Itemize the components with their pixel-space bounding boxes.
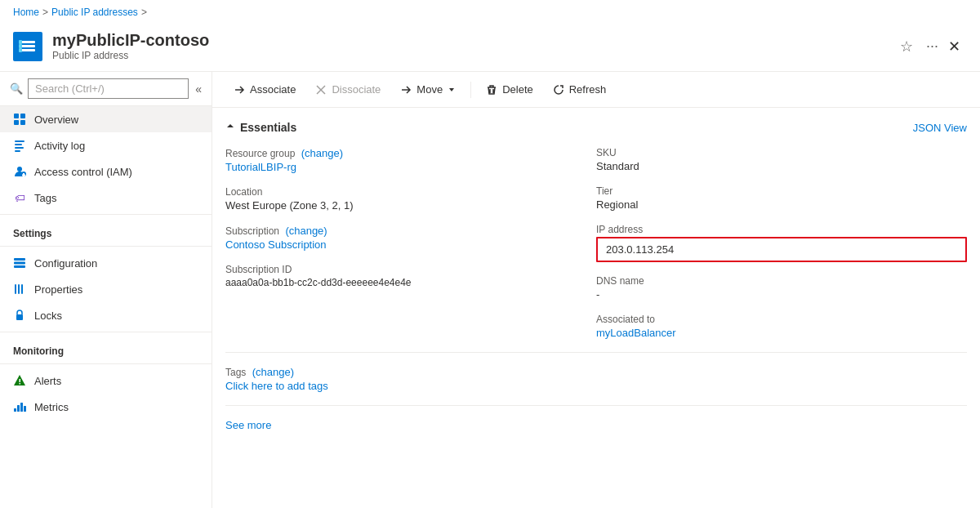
svg-rect-6	[14, 114, 19, 118]
sidebar-item-tags-label: Tags	[34, 192, 56, 204]
sku-label: SKU	[596, 147, 967, 158]
refresh-button[interactable]: Refresh	[545, 78, 615, 100]
svg-rect-20	[14, 265, 25, 268]
svg-rect-7	[20, 114, 25, 118]
sidebar-item-alerts-label: Alerts	[34, 375, 61, 387]
field-subscription-id: Subscription ID aaaa0a0a-bb1b-cc2c-dd3d-…	[225, 264, 596, 288]
toolbar-separator	[470, 82, 471, 98]
associated-to-label: Associated to	[596, 314, 967, 325]
ip-address-value: 203.0.113.254	[606, 243, 674, 256]
field-location: Location West Europe (Zone 3, 2, 1)	[225, 186, 596, 212]
sidebar-item-locks[interactable]: Locks	[0, 302, 212, 328]
svg-rect-18	[14, 258, 25, 261]
move-button[interactable]: Move	[392, 78, 464, 100]
sidebar-item-configuration[interactable]: Configuration	[0, 250, 212, 276]
sidebar-item-config-label: Configuration	[34, 257, 97, 270]
associated-to-value[interactable]: myLoadBalancer	[596, 327, 967, 339]
svg-rect-13	[15, 150, 20, 152]
close-button[interactable]: ✕	[942, 34, 967, 59]
breadcrumb-sep2: >	[141, 7, 147, 18]
field-ip-address: IP address 203.0.113.254	[596, 224, 967, 262]
sku-value: Standard	[596, 160, 967, 172]
pin-icon[interactable]: ☆	[897, 34, 916, 59]
activity-log-icon	[13, 139, 26, 152]
properties-icon	[13, 283, 26, 296]
json-view-link[interactable]: JSON View	[913, 122, 967, 134]
sidebar-item-activity-log[interactable]: Activity log	[0, 132, 212, 158]
svg-rect-0	[20, 41, 35, 43]
essentials-left-col: Resource group (change) TutorialLBIP-rg …	[225, 147, 596, 339]
see-more-link[interactable]: See more	[225, 419, 271, 431]
svg-rect-23	[21, 284, 23, 294]
sidebar-item-properties[interactable]: Properties	[0, 276, 212, 302]
essentials-title: Essentials	[225, 121, 296, 134]
field-tier: Tier Regional	[596, 185, 967, 211]
subscription-change[interactable]: (change)	[285, 225, 327, 237]
search-input[interactable]	[28, 78, 189, 99]
location-value: West Europe (Zone 3, 2, 1)	[225, 199, 596, 212]
sidebar-item-metrics-label: Metrics	[34, 401, 69, 413]
svg-rect-12	[15, 147, 24, 149]
dns-name-value: -	[596, 288, 967, 301]
collapse-button[interactable]: «	[195, 82, 202, 96]
breadcrumb-public-ip[interactable]: Public IP addresses	[51, 7, 138, 18]
sidebar-item-overview[interactable]: Overview	[0, 106, 212, 132]
svg-rect-2	[20, 49, 35, 51]
locks-icon	[13, 309, 26, 322]
alerts-icon	[13, 374, 26, 387]
svg-rect-26	[20, 383, 21, 385]
resource-group-value[interactable]: TutorialLBIP-rg	[225, 161, 596, 173]
svg-rect-27	[14, 408, 16, 412]
header-actions: ☆ ···	[897, 34, 942, 59]
svg-rect-10	[15, 140, 24, 142]
svg-rect-29	[20, 403, 23, 412]
svg-rect-19	[14, 262, 25, 265]
field-resource-group: Resource group (change) TutorialLBIP-rg	[225, 147, 596, 173]
search-bar: 🔍 «	[0, 72, 212, 106]
subscription-id-value: aaaa0a0a-bb1b-cc2c-dd3d-eeeeee4e4e4e	[225, 277, 596, 288]
svg-point-14	[17, 167, 22, 172]
breadcrumb-home[interactable]: Home	[13, 7, 39, 18]
sidebar-item-iam-label: Access control (IAM)	[34, 166, 132, 178]
sidebar-item-locks-label: Locks	[34, 310, 62, 322]
svg-rect-17	[22, 175, 25, 176]
breadcrumb: Home > Public IP addresses >	[0, 0, 980, 25]
resource-title-area: myPublicIP-contoso Public IP address	[52, 31, 897, 61]
add-tags-link[interactable]: Click here to add tags	[225, 380, 967, 392]
resource-type: Public IP address	[52, 50, 897, 61]
essentials-header: Essentials JSON View	[225, 121, 967, 134]
search-icon: 🔍	[10, 82, 23, 95]
svg-rect-4	[19, 44, 22, 48]
sidebar-item-iam[interactable]: Access control (IAM)	[0, 158, 212, 185]
subscription-value[interactable]: Contoso Subscription	[225, 238, 596, 251]
svg-rect-11	[15, 144, 22, 145]
associate-button[interactable]: Associate	[225, 78, 304, 100]
svg-rect-21	[15, 284, 16, 294]
svg-rect-22	[18, 284, 20, 294]
sidebar-item-alerts[interactable]: Alerts	[0, 368, 212, 394]
essentials-section: Essentials JSON View Resource group (cha…	[212, 108, 980, 444]
sidebar-item-metrics[interactable]: Metrics	[0, 394, 212, 420]
content-area: Associate Dissociate Move	[212, 72, 980, 508]
sidebar-item-activity-label: Activity log	[34, 140, 85, 152]
breadcrumb-sep1: >	[42, 7, 48, 18]
location-label: Location	[225, 186, 596, 198]
tags-change[interactable]: (change)	[252, 366, 294, 378]
configuration-icon	[13, 256, 26, 270]
settings-section-label: Settings	[0, 218, 212, 243]
field-associated-to: Associated to myLoadBalancer	[596, 314, 967, 339]
tags-section: Tags (change) Click here to add tags	[225, 366, 967, 392]
sidebar-item-overview-label: Overview	[34, 114, 78, 126]
resource-group-change[interactable]: (change)	[301, 147, 343, 159]
field-dns-name: DNS name -	[596, 275, 967, 301]
svg-rect-30	[24, 406, 26, 412]
delete-button[interactable]: Delete	[478, 78, 541, 100]
resource-name: myPublicIP-contoso	[52, 31, 897, 50]
field-subscription: Subscription (change) Contoso Subscripti…	[225, 225, 596, 251]
resource-header: myPublicIP-contoso Public IP address ☆ ·…	[0, 25, 980, 72]
dissociate-button[interactable]: Dissociate	[307, 78, 389, 100]
more-icon[interactable]: ···	[923, 34, 942, 58]
sidebar-item-tags[interactable]: 🏷 Tags	[0, 185, 212, 211]
overview-icon	[13, 113, 26, 126]
essentials-grid: Resource group (change) TutorialLBIP-rg …	[225, 147, 967, 339]
